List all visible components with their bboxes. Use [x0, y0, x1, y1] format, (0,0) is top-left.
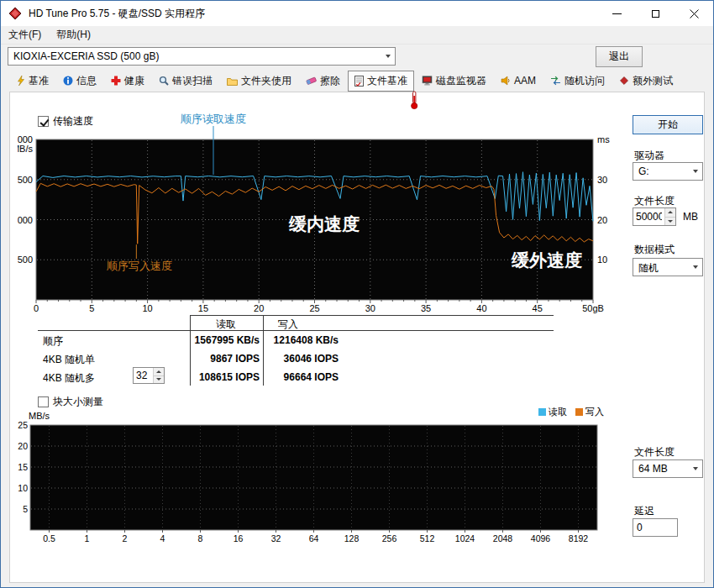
table-header-line	[38, 330, 554, 331]
tab-disk-monitor[interactable]: 磁盘监视器	[415, 71, 493, 92]
queue-depth-input[interactable]	[134, 368, 153, 383]
tab-benchmark[interactable]: 基准	[9, 71, 55, 92]
drive-combo[interactable]: G:	[633, 162, 703, 181]
chevron-down-icon	[381, 48, 395, 65]
svg-text:40: 40	[476, 303, 486, 313]
folder-icon	[227, 76, 238, 86]
chevron-down-icon	[688, 460, 702, 477]
svg-text:35: 35	[421, 303, 431, 313]
svg-text:MB/s: MB/s	[18, 144, 33, 154]
table-row-label: 4KB 随机单	[43, 353, 95, 367]
transfer-speed-label: 传输速度	[53, 114, 93, 129]
eraser-icon	[306, 76, 317, 86]
svg-text:25: 25	[18, 420, 28, 430]
tab-label: 健康	[124, 74, 144, 88]
table-row-label: 顺序	[43, 334, 63, 349]
table-row-read: 108615 IOPS	[177, 371, 260, 383]
svg-text:1500: 1500	[18, 175, 33, 185]
svg-text:20: 20	[18, 441, 28, 451]
latency-field[interactable]	[633, 518, 678, 537]
close-button[interactable]	[675, 1, 713, 26]
svg-text:4096: 4096	[531, 533, 551, 543]
svg-text:256: 256	[382, 533, 397, 543]
speaker-icon	[501, 76, 511, 86]
table-row-read: 9867 IOPS	[177, 353, 260, 365]
svg-text:ms: ms	[597, 134, 610, 144]
svg-text:15: 15	[198, 303, 208, 313]
svg-text:2048: 2048	[493, 533, 513, 543]
svg-text:16: 16	[234, 533, 244, 543]
legend-read-label: 读取	[549, 406, 567, 418]
app-window: HD Tune Pro 5.75 - 硬盘/SSD 实用程序 文件(F) 帮助(…	[0, 0, 714, 588]
svg-text:45: 45	[533, 303, 543, 313]
minimize-button[interactable]	[597, 1, 636, 26]
table-row-write: 1216408 KB/s	[266, 334, 339, 346]
svg-text:512: 512	[420, 533, 435, 543]
transfer-speed-checkbox[interactable]: 传输速度	[38, 114, 93, 129]
tab-label: 文件夹使用	[241, 74, 291, 88]
file-length-input[interactable]	[633, 208, 664, 225]
tab-bar: 基准 信息 健康 错误扫描 文件夹使用 擦除 文件基准 磁盘监视器	[1, 70, 713, 92]
svg-text:10: 10	[18, 483, 28, 493]
benchmark-icon	[16, 76, 25, 86]
svg-text:500: 500	[18, 255, 33, 265]
spinner-buttons[interactable]	[664, 208, 675, 225]
tab-folder-usage[interactable]: 文件夹使用	[220, 71, 298, 92]
svg-text:20: 20	[597, 215, 607, 225]
svg-text:20: 20	[254, 303, 264, 313]
checkbox-checked-icon	[38, 116, 49, 127]
random-access-icon	[550, 76, 561, 86]
maximize-button[interactable]	[636, 1, 675, 26]
svg-text:5: 5	[89, 303, 94, 313]
menu-help[interactable]: 帮助(H)	[49, 25, 98, 45]
tab-random-access[interactable]: 随机访问	[543, 71, 612, 92]
spin-down-icon	[668, 220, 673, 223]
svg-text:30: 30	[597, 175, 607, 185]
legend-read: 读取	[538, 406, 567, 418]
data-mode-combo[interactable]: 随机	[633, 258, 703, 276]
spin-up-icon	[156, 370, 161, 373]
block-file-length-value: 64 MB	[633, 460, 688, 477]
tab-file-benchmark[interactable]: 文件基准	[348, 71, 414, 92]
svg-text:2: 2	[123, 533, 128, 543]
spinner-buttons[interactable]	[153, 368, 164, 383]
table-top-line	[190, 315, 554, 316]
transfer-speed-chart: 05101520253035404550gB2000MB/s5001000150…	[18, 110, 618, 320]
tab-aam[interactable]: AAM	[494, 71, 543, 90]
table-row-write: 36046 IOPS	[266, 353, 339, 365]
svg-text:50gB: 50gB	[582, 303, 604, 313]
svg-text:10: 10	[142, 303, 152, 313]
magnifier-icon	[159, 76, 169, 86]
svg-text:MB/s: MB/s	[29, 411, 50, 421]
svg-text:30: 30	[365, 303, 375, 313]
spin-up-icon	[668, 211, 673, 213]
table-row-write: 96664 IOPS	[266, 371, 339, 383]
svg-text:1000: 1000	[18, 215, 33, 225]
legend-write-label: 写入	[585, 406, 604, 418]
svg-text:0: 0	[34, 303, 39, 313]
start-button[interactable]: 开始	[633, 115, 703, 134]
drive-select-combo[interactable]: KIOXIA-EXCERIA SSD (500 gB)	[8, 47, 396, 66]
svg-text:128: 128	[344, 533, 360, 543]
svg-text:64: 64	[309, 533, 319, 543]
svg-text:缓外速度: 缓外速度	[511, 250, 582, 270]
svg-text:15: 15	[18, 462, 28, 472]
latency-input[interactable]	[633, 519, 677, 536]
file-benchmark-icon	[354, 76, 364, 87]
queue-depth-spinner[interactable]	[133, 367, 165, 384]
menu-file[interactable]: 文件(F)	[1, 25, 49, 45]
tab-error-scan[interactable]: 错误扫描	[152, 71, 219, 92]
tab-info[interactable]: 信息	[56, 71, 103, 92]
block-file-length-combo[interactable]: 64 MB	[633, 459, 703, 478]
tab-extra-tests[interactable]: 额外测试	[612, 71, 680, 92]
block-size-checkbox[interactable]: 块大小测量	[38, 395, 103, 409]
minimize-icon	[612, 13, 622, 14]
tab-health[interactable]: 健康	[104, 71, 151, 92]
spin-down-icon	[156, 378, 161, 381]
tab-erase[interactable]: 擦除	[299, 71, 347, 92]
file-length-unit: MB	[683, 211, 698, 223]
thermometer-icon	[410, 91, 419, 110]
chart-legend: 读取 写入	[538, 406, 604, 418]
file-length-spinner[interactable]	[633, 207, 676, 226]
exit-button[interactable]: 退出	[596, 46, 643, 67]
